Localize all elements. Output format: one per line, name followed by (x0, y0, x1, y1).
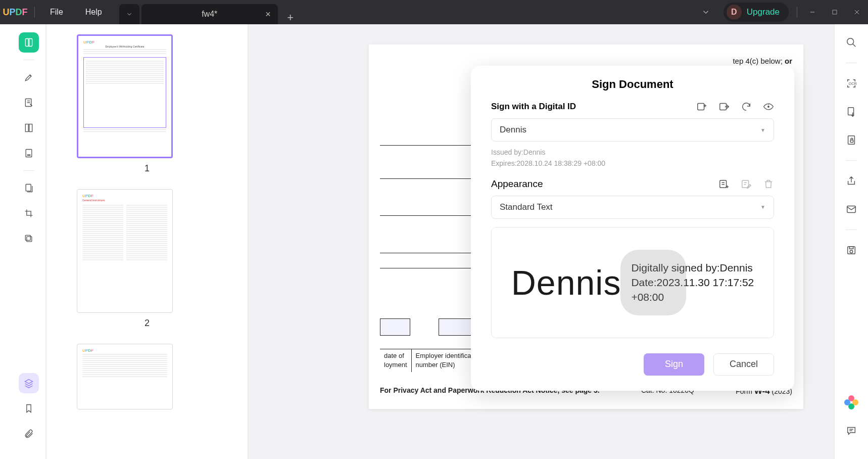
organize-tool[interactable] (19, 178, 39, 198)
thumbnail-3[interactable]: UPDF (77, 344, 173, 409)
layers-icon (24, 378, 34, 388)
layers-tool[interactable] (19, 373, 39, 393)
thumbnail-2[interactable]: UPDF General Instructions (77, 189, 173, 313)
save-button[interactable] (841, 240, 861, 260)
pages-tool[interactable] (19, 118, 39, 138)
new-id-button[interactable] (696, 101, 707, 112)
stack-icon (24, 234, 34, 244)
signature-preview: Dennis Digitally signed by:Dennis Date:2… (491, 227, 774, 338)
tab-active[interactable]: fw4* × (141, 4, 278, 24)
arrange-icon (24, 183, 34, 193)
upgrade-pill[interactable]: D Upgrade (724, 3, 789, 22)
preview-watermark (620, 250, 686, 315)
add-appearance-button[interactable] (718, 178, 730, 190)
comment-icon (846, 425, 857, 436)
crop-tool[interactable] (19, 203, 39, 223)
avatar: D (727, 5, 742, 20)
close-icon[interactable]: × (265, 9, 271, 20)
import-card-icon (718, 101, 730, 112)
delete-appearance-button[interactable] (763, 178, 774, 190)
edit-appearance-button[interactable] (741, 178, 752, 190)
highlight-tool[interactable] (19, 67, 39, 87)
svg-text:OCR: OCR (849, 81, 857, 86)
share-button[interactable] (841, 171, 861, 191)
crop-icon (24, 208, 34, 218)
document-viewport[interactable]: tep 4(c) below; or e on Form W-4 for the… (249, 24, 834, 459)
caret-down-icon (126, 11, 133, 18)
svg-rect-10 (27, 237, 32, 242)
thumbnail-1-label: 1 (77, 163, 217, 174)
svg-rect-34 (847, 206, 856, 213)
title-bar: UPDF File Help fw4* × + D Upgrade (0, 0, 868, 24)
new-tab-button[interactable]: + (283, 11, 298, 24)
caret-down-icon: ▼ (760, 127, 765, 133)
svg-rect-36 (849, 247, 853, 249)
bookmark-tool[interactable] (19, 398, 39, 419)
reader-tool[interactable] (19, 32, 39, 53)
tab-home[interactable] (119, 4, 139, 24)
sign-button[interactable]: Sign (644, 353, 704, 376)
preview-name: Dennis (511, 263, 621, 302)
email-button[interactable] (841, 199, 861, 219)
appearance-value: Standard Text (500, 202, 553, 212)
mail-icon (846, 204, 857, 215)
trash-icon (763, 178, 774, 190)
workspace: UPDF Employee's Withholding Certificate … (0, 24, 868, 459)
window-close[interactable] (846, 0, 868, 24)
right-toolbar: OCR (834, 24, 868, 459)
svg-point-27 (847, 38, 854, 45)
svg-rect-33 (850, 140, 853, 143)
appearance-select[interactable]: Standard Text ▼ (491, 196, 774, 219)
chevron-down-icon (701, 8, 710, 17)
book-icon (24, 37, 34, 48)
watermark-tool[interactable] (19, 228, 39, 249)
window-maximize[interactable] (824, 0, 846, 24)
form-icon (24, 148, 34, 158)
thumbnail-1[interactable]: UPDF Employee's Withholding Certificate (77, 34, 173, 158)
thumbnail-2-label: 2 (77, 318, 217, 329)
edit-tool[interactable] (19, 93, 39, 113)
caret-down-icon: ▼ (760, 204, 765, 210)
section-digital-id-label: Sign with a Digital ID (491, 102, 696, 112)
attachment-tool[interactable] (19, 424, 39, 444)
pages-icon (24, 123, 34, 133)
menu-help[interactable]: Help (74, 8, 113, 17)
refresh-button[interactable] (741, 101, 752, 112)
svg-rect-1 (833, 10, 837, 14)
save-icon (846, 245, 857, 256)
protect-button[interactable] (841, 130, 861, 150)
digital-id-value: Dennis (500, 125, 526, 135)
expires-label: Expires:2028.10.24 18:38:29 +08:00 (491, 158, 774, 169)
app-logo: UPDF (0, 0, 30, 24)
edit-page-icon (24, 98, 34, 108)
info-eye-icon (763, 101, 774, 112)
divider (34, 7, 35, 18)
add-card-icon (696, 101, 707, 112)
tabs-dropdown[interactable] (698, 5, 713, 20)
ai-button[interactable] (841, 392, 861, 412)
lock-file-icon (846, 134, 857, 146)
digital-id-select[interactable]: Dennis ▼ (491, 118, 774, 142)
convert-button[interactable] (841, 102, 861, 122)
import-id-button[interactable] (718, 101, 730, 112)
search-button[interactable] (841, 32, 861, 53)
info-button[interactable] (763, 101, 774, 112)
marker-icon (24, 72, 34, 82)
window-minimize[interactable] (801, 0, 824, 24)
svg-rect-5 (25, 124, 28, 132)
add-note-icon (718, 178, 730, 190)
left-toolbar (12, 24, 46, 459)
cancel-button[interactable]: Cancel (713, 353, 774, 376)
svg-rect-6 (29, 124, 32, 132)
ocr-icon: OCR (846, 78, 857, 89)
dialog-title: Sign Document (491, 78, 774, 91)
ocr-button[interactable]: OCR (841, 73, 861, 94)
section-appearance-label: Appearance (491, 178, 718, 190)
svg-rect-12 (698, 104, 704, 110)
menu-file[interactable]: File (39, 8, 74, 17)
form-tool[interactable] (19, 143, 39, 163)
upgrade-label: Upgrade (747, 7, 780, 17)
tab-label: fw4* (202, 10, 217, 19)
comment-button[interactable] (841, 421, 861, 441)
tab-strip: fw4* × + (119, 0, 298, 24)
